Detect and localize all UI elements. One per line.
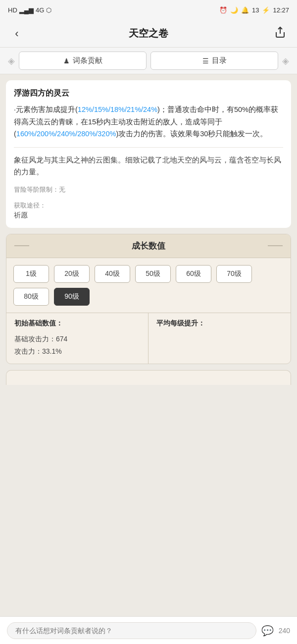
header: ‹ 天空之卷 xyxy=(0,20,297,48)
skill-description: ·元素伤害加成提升(12%/15%/18%/21%/24%)；普通攻击命中时，有… xyxy=(14,104,283,140)
stat-attack: 基础攻击力：674 xyxy=(14,333,140,345)
level-btn-1[interactable]: 1级 xyxy=(13,265,49,283)
adventure-rank-label: 冒险等阶限制：无 xyxy=(14,185,283,194)
lore-text: 象征风龙与其主风之神的云图集。细致记载了北地天空的风与云，蕴含苍空与长风的力量。 xyxy=(14,155,283,178)
back-button[interactable]: ‹ xyxy=(8,27,26,40)
tab-contribute-label: 词条贡献 xyxy=(73,56,102,65)
divider-1 xyxy=(14,147,283,148)
growth-header: 成长数值 xyxy=(6,234,291,258)
growth-title: 成长数值 xyxy=(132,241,165,251)
tab-directory-label: 目录 xyxy=(212,56,227,65)
clock: 12:27 xyxy=(273,6,289,14)
avg-per-level-label: 平均每级提升： xyxy=(156,319,283,328)
battery-level: 13 xyxy=(252,6,259,14)
stat-attack-name: 基础攻击力： xyxy=(14,335,56,343)
level-btn-80[interactable]: 80级 xyxy=(13,288,49,306)
notification-icon: 🔔 xyxy=(241,6,249,14)
network-icon: 4G xyxy=(36,6,44,14)
tab-directory[interactable]: ☰ 目录 xyxy=(150,52,278,70)
hd-badge: HD xyxy=(8,6,17,14)
status-bar: HD ▂▄▆ 4G ⬡ ⏰ 🌙 🔔 13 ⚡ 12:27 xyxy=(0,0,297,20)
level-btn-90[interactable]: 90级 xyxy=(54,288,90,306)
signal-icon: ▂▄▆ xyxy=(19,6,34,14)
char-count: 240 xyxy=(279,627,290,635)
bottom-bar: 💬 240 xyxy=(0,616,297,644)
avg-per-level-col: 平均每级提升： xyxy=(148,313,291,364)
source-value: 祈愿 xyxy=(14,211,283,220)
stat-atk-pct-value: 33.1% xyxy=(42,347,62,355)
alarm-icon: ⏰ xyxy=(219,6,227,14)
base-stats-col: 初始基础数值： 基础攻击力：674 攻击力：33.1% xyxy=(6,313,148,364)
tab-contribute[interactable]: ♟ 词条贡献 xyxy=(19,52,147,70)
contribute-icon: ♟ xyxy=(63,57,70,65)
skill-prefix: ·元素伤害加成提升( xyxy=(14,106,78,113)
level-btn-60[interactable]: 60级 xyxy=(176,265,211,283)
message-icon[interactable]: 💬 xyxy=(261,625,274,637)
skill-values-2: 160%/200%/240%/280%/320% xyxy=(16,130,116,138)
stats-grid: 初始基础数值： 基础攻击力：674 攻击力：33.1% 平均每级提升： xyxy=(6,313,291,364)
info-card: 浮游四方的灵云 ·元素伤害加成提升(12%/15%/18%/21%/24%)；普… xyxy=(6,80,291,228)
share-button[interactable] xyxy=(271,26,289,41)
left-diamond-icon: ◈ xyxy=(8,55,15,66)
battery-icon: ⚡ xyxy=(262,6,270,14)
comment-input[interactable] xyxy=(7,622,256,639)
base-stats-label: 初始基础数值： xyxy=(14,319,140,328)
tab-bar: ◈ ♟ 词条贡献 ☰ 目录 ◈ xyxy=(0,48,297,74)
right-diamond-icon: ◈ xyxy=(282,55,289,66)
scroll-content: 浮游四方的灵云 ·元素伤害加成提升(12%/15%/18%/21%/24%)；普… xyxy=(0,74,297,616)
item-name: 浮游四方的灵云 xyxy=(14,88,283,99)
growth-card: 成长数值 1级 20级 40级 50级 60级 70级 80级 90级 初始基础… xyxy=(6,234,291,364)
directory-icon: ☰ xyxy=(202,57,209,65)
timer-icon: ⬡ xyxy=(46,6,51,14)
stat-atk-pct: 攻击力：33.1% xyxy=(14,345,140,358)
source-label: 获取途径： xyxy=(14,201,283,210)
page-title: 天空之卷 xyxy=(26,27,271,40)
stat-attack-value: 674 xyxy=(56,335,67,343)
level-btn-20[interactable]: 20级 xyxy=(54,265,90,283)
moon-icon: 🌙 xyxy=(230,6,238,14)
level-btn-70[interactable]: 70级 xyxy=(216,265,252,283)
partial-card-hint xyxy=(6,370,291,385)
level-grid: 1级 20级 40级 50级 60级 70级 80级 90级 xyxy=(6,258,291,313)
skill-values-1: 12%/15%/18%/21%/24% xyxy=(78,106,157,113)
level-btn-50[interactable]: 50级 xyxy=(135,265,171,283)
level-btn-40[interactable]: 40级 xyxy=(95,265,130,283)
status-left: HD ▂▄▆ 4G ⬡ xyxy=(8,6,51,14)
stat-atk-pct-name: 攻击力： xyxy=(14,347,42,355)
skill-mid2: )攻击力的伤害。该效果每30秒只能触发一次。 xyxy=(116,130,267,138)
status-right: ⏰ 🌙 🔔 13 ⚡ 12:27 xyxy=(219,6,289,14)
